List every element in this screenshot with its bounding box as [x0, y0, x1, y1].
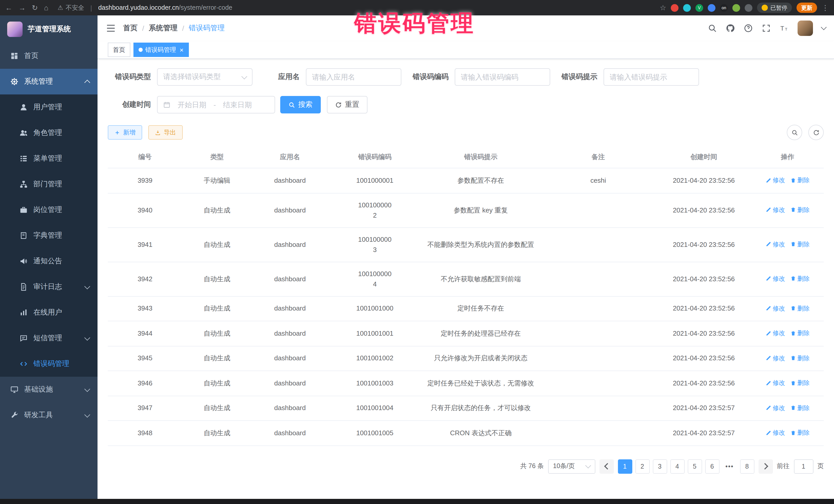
delete-link[interactable]: 删除 [790, 428, 810, 438]
table-row: 3942自动生成dashboard100100000 4不允许获取敏感配置到前端… [108, 262, 824, 296]
page-button-2[interactable]: 2 [635, 459, 650, 474]
search-icon[interactable] [708, 24, 717, 33]
page-button-1[interactable]: 1 [618, 459, 632, 474]
delete-link[interactable]: 删除 [790, 403, 810, 413]
page-button-3[interactable]: 3 [653, 459, 667, 474]
edit-link[interactable]: 修改 [766, 428, 785, 438]
sidebar-item-role[interactable]: 角色管理 [0, 120, 97, 146]
delete-link[interactable]: 删除 [790, 378, 810, 388]
breadcrumb-item-home[interactable]: 首页 [123, 24, 137, 33]
edit-link[interactable]: 修改 [766, 378, 785, 388]
help-icon[interactable] [744, 24, 753, 33]
forward-icon[interactable]: → [19, 4, 26, 11]
edit-link[interactable]: 修改 [766, 175, 785, 185]
github-icon[interactable] [726, 24, 735, 33]
hint-input[interactable] [610, 73, 693, 81]
sidebar-item-dept[interactable]: 部门管理 [0, 171, 97, 197]
edit-link[interactable]: 修改 [766, 303, 785, 313]
page-button-4[interactable]: 4 [670, 459, 684, 474]
sidebar-item-notice[interactable]: 通知公告 [0, 248, 97, 274]
delete-link[interactable]: 删除 [790, 328, 810, 338]
extension-icon[interactable] [732, 4, 740, 12]
start-date-input[interactable] [174, 101, 211, 109]
breadcrumb-item-system[interactable]: 系统管理 [149, 24, 178, 33]
bookmark-star-icon[interactable]: ☆ [660, 4, 666, 11]
total-count: 共 76 条 [520, 462, 544, 470]
goto-page-input[interactable] [794, 459, 813, 474]
type-select[interactable]: 请选择错误码类型 [157, 68, 253, 86]
back-icon[interactable]: ← [5, 4, 12, 11]
svg-text:T: T [785, 27, 787, 31]
close-icon[interactable]: × [180, 46, 183, 53]
extension-icon[interactable] [683, 4, 691, 12]
extension-icon[interactable] [745, 4, 752, 12]
update-button[interactable]: 更新 [796, 3, 817, 13]
delete-link[interactable]: 删除 [790, 239, 810, 249]
edit-link[interactable]: 修改 [766, 328, 785, 338]
refresh-table-button[interactable] [808, 125, 824, 140]
edit-link[interactable]: 修改 [766, 353, 785, 363]
page-button-8[interactable]: 8 [740, 459, 754, 474]
edit-link[interactable]: 修改 [766, 273, 785, 284]
app-input[interactable] [312, 73, 395, 81]
sidebar-item-sms[interactable]: 短信管理 [0, 325, 97, 351]
extension-icon[interactable] [671, 4, 679, 12]
hamburger-icon[interactable] [106, 23, 116, 34]
code-input[interactable] [461, 73, 544, 81]
sidebar-item-dict[interactable]: 字典管理 [0, 223, 97, 248]
page-button-6[interactable]: 6 [705, 459, 719, 474]
col-message: 错误码提示 [421, 146, 540, 168]
home-icon[interactable]: ⌂ [44, 4, 48, 11]
extension-icon[interactable] [708, 4, 716, 12]
user-avatar[interactable] [797, 21, 813, 36]
sidebar-item-audit-log[interactable]: 审计日志 [0, 274, 97, 300]
delete-icon [790, 177, 796, 183]
edit-link[interactable]: 修改 [766, 239, 785, 249]
sidebar-item-infra[interactable]: 基础设施 [0, 377, 97, 402]
profile-paused-badge[interactable]: 已暂停 [757, 3, 792, 13]
address-bar[interactable]: dashboard.yudao.iocoder.cn/system/error-… [98, 4, 233, 11]
sidebar-item-user[interactable]: 用户管理 [0, 94, 97, 120]
sidebar-item-post[interactable]: 岗位管理 [0, 197, 97, 223]
fullscreen-icon[interactable] [762, 24, 771, 33]
logo[interactable]: 芋道管理系统 [0, 15, 97, 43]
delete-link[interactable]: 删除 [790, 353, 810, 363]
reload-icon[interactable]: ↻ [32, 4, 38, 11]
next-page-button[interactable] [758, 459, 773, 474]
browser-menu-icon[interactable]: ⋮ [822, 4, 829, 12]
page-button-5[interactable]: 5 [687, 459, 702, 474]
delete-link[interactable]: 删除 [790, 303, 810, 313]
prev-page-button[interactable] [599, 459, 614, 474]
tag-error-code[interactable]: 错误码管理× [133, 43, 189, 57]
delete-link[interactable]: 删除 [790, 175, 810, 185]
sidebar-item-home[interactable]: 首页 [0, 43, 97, 69]
sidebar-item-dev-tools[interactable]: 研发工具 [0, 402, 97, 428]
sidebar-item-menu[interactable]: 菜单管理 [0, 146, 97, 171]
toggle-search-button[interactable] [787, 125, 802, 140]
export-button[interactable]: 导出 [148, 125, 183, 139]
table-row: 3944自动生成dashboard1001001001定时任务的处理器已经存在2… [108, 321, 824, 346]
reset-button[interactable]: 重置 [327, 96, 368, 113]
sidebar-item-error-code[interactable]: 错误码管理 [0, 351, 97, 377]
security-badge[interactable]: ⚠ 不安全 [58, 3, 84, 12]
add-button[interactable]: 新增 [108, 125, 142, 139]
sidebar-item-online-user[interactable]: 在线用户 [0, 300, 97, 325]
tag-home[interactable]: 首页 [108, 43, 130, 57]
page-ellipsis[interactable]: ••• [722, 459, 737, 474]
message-icon [20, 334, 28, 342]
edit-link[interactable]: 修改 [766, 205, 785, 215]
extension-icon[interactable]: V [696, 4, 703, 12]
edit-link[interactable]: 修改 [766, 403, 785, 413]
top-navbar: 首页 / 系统管理 / 错误码管理 [97, 15, 834, 41]
search-button[interactable]: 搜索 [280, 96, 321, 113]
action-toolbar: 新增 导出 [108, 125, 824, 140]
delete-link[interactable]: 删除 [790, 205, 810, 215]
date-range-picker[interactable]: - [157, 96, 275, 113]
end-date-input[interactable] [219, 101, 256, 109]
page-size-select[interactable]: 10条/页 [548, 459, 595, 474]
sidebar-item-system[interactable]: 系统管理 [0, 69, 97, 94]
font-size-icon[interactable]: TT [780, 24, 789, 33]
extension-icon[interactable]: on [720, 4, 728, 12]
chevron-down-icon[interactable] [821, 24, 827, 30]
delete-link[interactable]: 删除 [790, 273, 810, 284]
